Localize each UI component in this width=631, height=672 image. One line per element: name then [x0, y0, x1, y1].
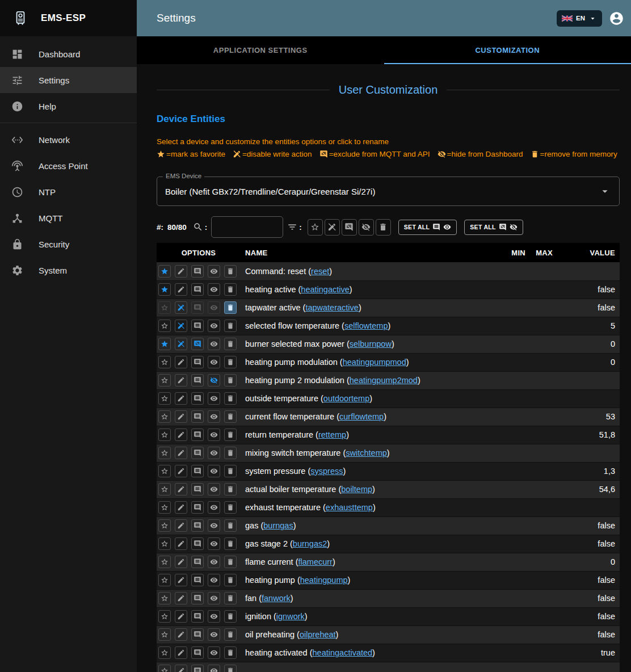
entity-name[interactable]: ignition (ignwork): [245, 612, 308, 621]
favorite-toggle[interactable]: [158, 338, 171, 350]
disable-write-toggle[interactable]: [175, 574, 187, 586]
disable-write-toggle[interactable]: [175, 646, 187, 659]
exclude-mqtt-toggle[interactable]: [191, 592, 204, 604]
search-input[interactable]: [211, 216, 283, 238]
entity-shortname-link[interactable]: oilpreheat: [300, 630, 336, 639]
favorite-toggle[interactable]: [158, 410, 171, 423]
entity-shortname-link[interactable]: boiltemp: [341, 485, 372, 494]
entity-shortname-link[interactable]: heatingactivated: [313, 648, 373, 657]
sidebar-item-mqtt[interactable]: MQTT: [0, 205, 137, 231]
delete-toggle[interactable]: [224, 646, 237, 659]
favorite-toggle[interactable]: [158, 283, 171, 296]
delete-toggle[interactable]: [224, 301, 237, 314]
favorite-toggle[interactable]: [158, 447, 171, 459]
disable-write-toggle[interactable]: [175, 465, 187, 477]
sidebar-item-access-point[interactable]: Access Point: [0, 153, 137, 179]
ems-device-select[interactable]: EMS Device Boiler (Nefit GBx72/Trendline…: [157, 177, 620, 206]
entity-name[interactable]: exhaust temperature (exhausttemp): [245, 503, 376, 512]
favorite-toggle[interactable]: [158, 265, 171, 278]
exclude-mqtt-toggle[interactable]: [191, 483, 204, 495]
hide-toggle[interactable]: [208, 519, 220, 532]
disable-write-toggle[interactable]: [175, 447, 187, 459]
favorite-toggle[interactable]: [158, 301, 171, 314]
sidebar-item-system[interactable]: System: [0, 257, 137, 283]
entity-name[interactable]: heating pump modulation (heatingpumpmod): [245, 358, 409, 367]
exclude-mqtt-toggle[interactable]: [191, 556, 204, 568]
delete-toggle[interactable]: [224, 356, 237, 368]
delete-toggle[interactable]: [224, 447, 237, 459]
favorite-toggle[interactable]: [158, 574, 171, 586]
exclude-mqtt-toggle[interactable]: [191, 610, 204, 623]
delete-toggle[interactable]: [224, 610, 237, 623]
delete-toggle[interactable]: [224, 265, 237, 278]
set-all-show-button[interactable]: SET ALL: [398, 220, 457, 235]
hide-toggle[interactable]: [208, 338, 220, 350]
entity-name[interactable]: burner selected max power (selburnpow): [245, 339, 394, 348]
filter-star-border-toggle[interactable]: [308, 219, 323, 236]
favorite-toggle[interactable]: [158, 592, 171, 604]
hide-toggle[interactable]: [208, 628, 220, 641]
delete-toggle[interactable]: [224, 519, 237, 532]
entity-shortname-link[interactable]: switchtemp: [346, 448, 387, 457]
delete-toggle[interactable]: [224, 665, 237, 672]
exclude-mqtt-toggle[interactable]: [191, 501, 204, 514]
exclude-mqtt-toggle[interactable]: [191, 628, 204, 641]
entity-name[interactable]: outside temperature (outdoortemp): [245, 394, 372, 403]
disable-write-toggle[interactable]: [175, 283, 187, 296]
exclude-mqtt-toggle[interactable]: [191, 465, 204, 477]
entity-shortname-link[interactable]: exhausttemp: [326, 503, 373, 512]
entity-shortname-link[interactable]: burngas: [263, 521, 293, 530]
entity-shortname-link[interactable]: burngas2: [293, 539, 327, 548]
entity-shortname-link[interactable]: syspress: [310, 467, 343, 476]
hide-toggle[interactable]: [208, 283, 220, 296]
hide-toggle[interactable]: [208, 465, 220, 477]
hide-toggle[interactable]: [208, 610, 220, 623]
filter-delete-toggle[interactable]: [376, 219, 391, 236]
entity-shortname-link[interactable]: rettemp: [318, 430, 346, 439]
exclude-mqtt-toggle[interactable]: [191, 301, 204, 314]
hide-toggle[interactable]: [208, 447, 220, 459]
filter-comment-off-toggle[interactable]: [342, 219, 357, 236]
exclude-mqtt-toggle[interactable]: [191, 356, 204, 368]
favorite-toggle[interactable]: [158, 374, 171, 387]
entity-name[interactable]: heating pump (heatingpump): [245, 576, 350, 585]
entity-shortname-link[interactable]: heatingpumpmod: [343, 358, 406, 367]
exclude-mqtt-toggle[interactable]: [191, 392, 204, 405]
delete-toggle[interactable]: [224, 556, 237, 568]
hide-toggle[interactable]: [208, 646, 220, 659]
entity-shortname-link[interactable]: fanwork: [262, 594, 291, 603]
exclude-mqtt-toggle[interactable]: [191, 374, 204, 387]
delete-toggle[interactable]: [224, 338, 237, 350]
disable-write-toggle[interactable]: [175, 320, 187, 332]
disable-write-toggle[interactable]: [175, 610, 187, 623]
entity-shortname-link[interactable]: selburnpow: [350, 339, 392, 348]
delete-toggle[interactable]: [224, 628, 237, 641]
entity-name[interactable]: actual boiler temperature (boiltemp): [245, 485, 375, 494]
entity-name[interactable]: selected flow temperature (selflowtemp): [245, 321, 390, 330]
filter-eye-off-toggle[interactable]: [359, 219, 374, 236]
entity-shortname-link[interactable]: flamecurr: [298, 557, 332, 566]
exclude-mqtt-toggle[interactable]: [191, 646, 204, 659]
hide-toggle[interactable]: [208, 665, 220, 672]
entity-name[interactable]: tapwater active (tapwateractive): [245, 303, 361, 312]
disable-write-toggle[interactable]: [175, 628, 187, 641]
entity-shortname-link[interactable]: outdoortemp: [323, 394, 369, 403]
delete-toggle[interactable]: [224, 537, 237, 550]
favorite-toggle[interactable]: [158, 483, 171, 495]
sidebar-item-help[interactable]: Help: [0, 93, 137, 119]
sidebar-item-settings[interactable]: Settings: [0, 67, 137, 93]
exclude-mqtt-toggle[interactable]: [191, 574, 204, 586]
hide-toggle[interactable]: [208, 265, 220, 278]
delete-toggle[interactable]: [224, 410, 237, 423]
exclude-mqtt-toggle[interactable]: [191, 265, 204, 278]
hide-toggle[interactable]: [208, 592, 220, 604]
entity-shortname-link[interactable]: selflowtemp: [344, 321, 388, 330]
tab-application-settings[interactable]: APPLICATION SETTINGS: [137, 36, 384, 64]
disable-write-toggle[interactable]: [175, 592, 187, 604]
entity-name[interactable]: current flow temperature (curflowtemp): [245, 412, 386, 421]
disable-write-toggle[interactable]: [175, 338, 187, 350]
entity-name[interactable]: mixing switch temperature (switchtemp): [245, 448, 390, 457]
entity-name[interactable]: return temperature (rettemp): [245, 430, 349, 439]
sidebar-item-ntp[interactable]: NTP: [0, 179, 137, 205]
entity-shortname-link[interactable]: ignwork: [276, 612, 305, 621]
